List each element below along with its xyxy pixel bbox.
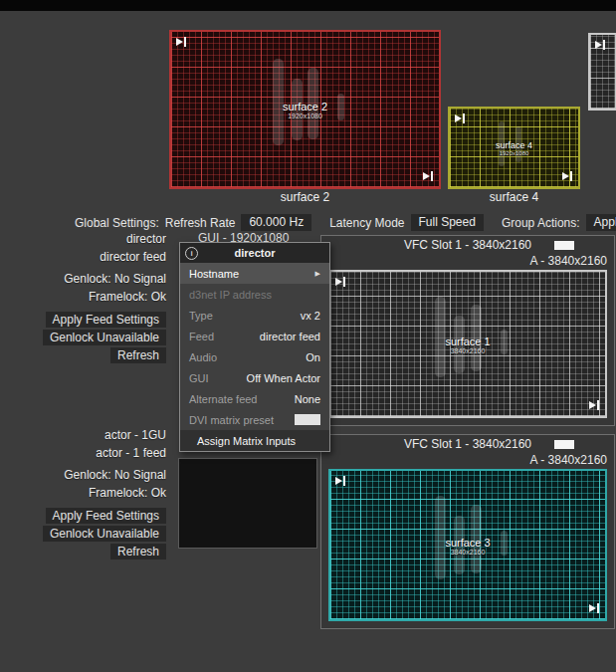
genlock-status: Genlock: No Signal bbox=[0, 272, 166, 287]
refresh-button[interactable]: Refresh bbox=[110, 347, 166, 363]
popup-row-value: vx 2 bbox=[301, 310, 320, 322]
popup-row-value: Off When Actor bbox=[247, 372, 320, 384]
pattern-title: surface 3 bbox=[445, 536, 490, 548]
popup-rows: Hostname▶d3net IP addressTypevx 2Feeddir… bbox=[180, 263, 329, 451]
popup-row-label: d3net IP address bbox=[189, 289, 272, 301]
pattern-subtitle: 1920x1080 bbox=[496, 150, 532, 156]
pattern-corner-marker-icon bbox=[595, 40, 605, 50]
popup-row-label: Alternate feed bbox=[189, 393, 258, 405]
pattern-center-text: surface 4 1920x1080 bbox=[496, 140, 532, 156]
ghost-bar bbox=[501, 330, 508, 354]
refresh-rate-value[interactable]: 60.000 Hz bbox=[241, 214, 311, 231]
popup-row-label: DVI matrix preset bbox=[189, 414, 274, 426]
popup-row-value: None bbox=[295, 393, 320, 405]
vfc-feed-label: A - 3840x2160 bbox=[321, 254, 614, 269]
machine-name[interactable]: director bbox=[0, 232, 166, 247]
popup-row-label: Hostname bbox=[189, 268, 239, 280]
framelock-status: Framelock: Ok bbox=[0, 290, 166, 305]
popup-row-gui[interactable]: GUIOff When Actor bbox=[180, 367, 329, 388]
test-pattern-surface-4[interactable]: surface 4 1920x1080 bbox=[448, 107, 580, 189]
popup-row-alternate-feed[interactable]: Alternate feedNone bbox=[180, 388, 329, 409]
latency-mode-value[interactable]: Full Speed bbox=[411, 214, 484, 231]
refresh-button[interactable]: Refresh bbox=[110, 544, 166, 560]
popup-row-d3net-ip-address[interactable]: d3net IP address bbox=[180, 284, 329, 305]
popup-row-label: Assign Matrix Inputs bbox=[189, 435, 296, 447]
vfc-header: VFC Slot 1 - 3840x2160 bbox=[321, 435, 614, 453]
group-actions-label: Group Actions: bbox=[502, 216, 580, 230]
test-pattern-partial[interactable] bbox=[588, 33, 616, 111]
genlock-unavailable-button[interactable]: Genlock Unavailable bbox=[43, 526, 166, 542]
pattern-corner-marker-icon bbox=[589, 400, 599, 410]
genlock-status: Genlock: No Signal bbox=[0, 468, 166, 483]
feed-view-screen: surface 2 1920x1080 surface 2 surface 4 … bbox=[0, 0, 616, 672]
preset-value-box[interactable] bbox=[295, 414, 320, 425]
pattern-subtitle: 3840x2160 bbox=[445, 346, 490, 353]
pattern-corner-marker-icon bbox=[562, 171, 572, 181]
surface-2-caption: surface 2 bbox=[169, 190, 441, 204]
popup-row-dvi-matrix-preset[interactable]: DVI matrix preset bbox=[180, 409, 329, 430]
popup-row-feed[interactable]: Feeddirector feed bbox=[180, 326, 329, 346]
popup-row-assign-matrix-inputs[interactable]: Assign Matrix Inputs bbox=[180, 430, 329, 451]
director-context-menu: i director Hostname▶d3net IP addressType… bbox=[179, 242, 330, 452]
feed-name[interactable]: director feed bbox=[0, 250, 166, 265]
machine-name[interactable]: actor - 1GU bbox=[0, 428, 166, 443]
pattern-corner-marker-icon bbox=[176, 37, 186, 47]
pattern-title: surface 4 bbox=[496, 140, 532, 150]
latency-mode-label: Latency Mode bbox=[329, 216, 404, 230]
global-settings-bar: Global Settings: Refresh Rate 60.000 Hz … bbox=[0, 213, 616, 232]
pattern-center-text: surface 3 3840x2160 bbox=[445, 536, 490, 555]
test-pattern-surface-3[interactable]: surface 3 3840x2160 bbox=[328, 469, 607, 621]
vfc-header-label: VFC Slot 1 - 3840x2160 bbox=[404, 238, 531, 252]
refresh-rate-label: Refresh Rate bbox=[165, 216, 236, 230]
ghost-bar bbox=[435, 297, 446, 377]
genlock-unavailable-button[interactable]: Genlock Unavailable bbox=[43, 330, 166, 345]
popup-row-hostname[interactable]: Hostname▶ bbox=[180, 263, 329, 284]
pattern-center-text: surface 2 1920x1080 bbox=[283, 101, 327, 119]
pattern-corner-marker-icon bbox=[423, 171, 433, 181]
vfc-panel-2: VFC Slot 1 - 3840x2160 A - 3840x2160 sur… bbox=[320, 434, 615, 629]
popup-row-value: On bbox=[306, 351, 320, 363]
test-pattern-surface-1[interactable]: surface 1 3840x2160 bbox=[328, 270, 607, 418]
pattern-corner-marker-icon bbox=[589, 603, 599, 613]
apply-feed-settings-button[interactable]: Apply Feed Settings bbox=[46, 312, 166, 328]
pattern-corner-marker-icon bbox=[335, 277, 345, 287]
surface-4-caption: surface 4 bbox=[448, 190, 580, 204]
popup-row-audio[interactable]: AudioOn bbox=[180, 346, 329, 367]
vfc-enable-checkbox[interactable] bbox=[554, 440, 574, 449]
popup-row-type[interactable]: Typevx 2 bbox=[180, 305, 329, 326]
pattern-corner-marker-icon bbox=[335, 476, 345, 486]
popup-row-label: Type bbox=[189, 310, 213, 322]
global-settings-label: Global Settings: bbox=[75, 216, 159, 230]
actor-side-column: actor - 1GU actor - 1 feed Genlock: No S… bbox=[0, 428, 166, 561]
test-pattern-surface-2[interactable]: surface 2 1920x1080 bbox=[169, 30, 441, 189]
popup-title: director bbox=[235, 247, 276, 259]
vfc-header: VFC Slot 1 - 3840x2160 bbox=[321, 236, 614, 254]
vfc-enable-checkbox[interactable] bbox=[554, 241, 574, 250]
top-black-bar bbox=[0, 0, 616, 11]
pattern-center-text: surface 1 3840x2160 bbox=[445, 335, 490, 353]
popup-row-value: director feed bbox=[260, 331, 320, 342]
framelock-status: Framelock: Ok bbox=[0, 486, 166, 501]
ghost-bar bbox=[501, 531, 508, 556]
feed-name[interactable]: actor - 1 feed bbox=[0, 446, 166, 461]
popup-row-label: GUI bbox=[189, 372, 209, 384]
actor-feed-preview[interactable] bbox=[178, 458, 317, 549]
apply-feed-settings-button[interactable]: Apply Feed Settings bbox=[46, 508, 166, 524]
vfc-panel-1: VFC Slot 1 - 3840x2160 A - 3840x2160 sur… bbox=[320, 235, 615, 426]
info-icon[interactable]: i bbox=[185, 247, 198, 260]
pattern-corner-marker-icon bbox=[455, 113, 465, 123]
popup-row-label: Feed bbox=[189, 331, 214, 342]
vfc-feed-label: A - 3840x2160 bbox=[321, 453, 614, 468]
submenu-arrow-icon: ▶ bbox=[315, 270, 320, 278]
popup-row-label: Audio bbox=[189, 351, 217, 363]
ghost-bar bbox=[435, 496, 446, 578]
pattern-title: surface 2 bbox=[283, 101, 327, 112]
director-side-column: director director feed Genlock: No Signa… bbox=[0, 232, 166, 365]
pattern-title: surface 1 bbox=[445, 335, 490, 346]
group-actions-value[interactable]: Apply Fe bbox=[586, 214, 616, 231]
ghost-bar bbox=[337, 94, 344, 120]
pattern-subtitle: 3840x2160 bbox=[445, 548, 490, 555]
popup-title-bar[interactable]: i director bbox=[180, 243, 329, 263]
vfc-header-label: VFC Slot 1 - 3840x2160 bbox=[404, 437, 531, 451]
pattern-subtitle: 1920x1080 bbox=[283, 112, 327, 119]
